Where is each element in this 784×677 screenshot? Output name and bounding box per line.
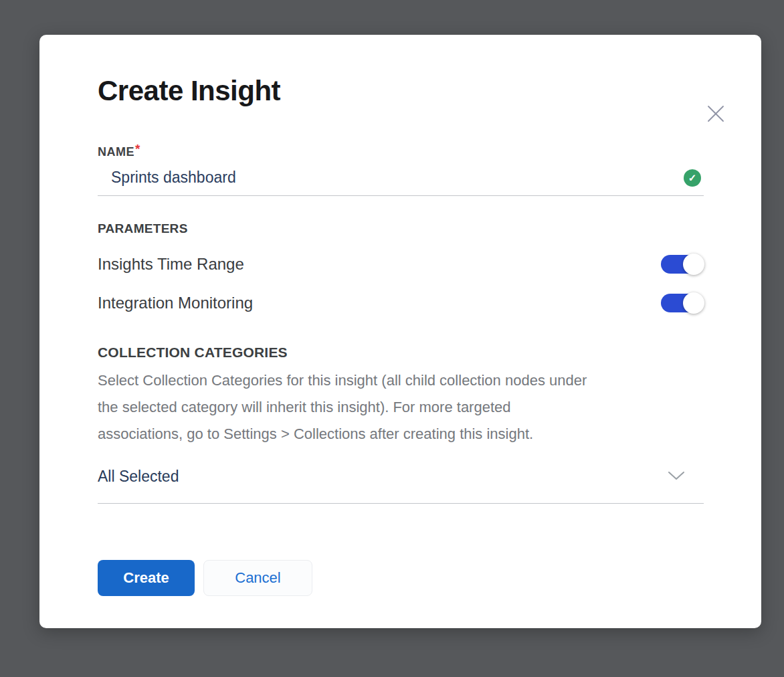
toggle-knob xyxy=(683,254,704,275)
toggle-label: Insights Time Range xyxy=(98,255,244,274)
modal-actions: Create Cancel xyxy=(98,560,704,596)
toggle-knob xyxy=(683,292,704,314)
chevron-down-icon xyxy=(668,471,685,483)
parameters-section: PARAMETERS Insights Time Range Integrati… xyxy=(98,221,704,314)
collection-categories-section: COLLECTION CATEGORIES Select Collection … xyxy=(98,345,704,504)
create-button[interactable]: Create xyxy=(98,560,195,596)
modal-overlay: Create Insight NAME* ✓ PARAMETERS Insigh… xyxy=(0,0,784,677)
name-field-label: NAME xyxy=(98,145,134,159)
insights-time-range-toggle[interactable] xyxy=(661,255,702,274)
name-field-label-row: NAME* xyxy=(98,144,704,159)
name-input-row: ✓ xyxy=(98,169,704,196)
description-line: associations, go to Settings > Collectio… xyxy=(98,421,704,448)
parameter-row-integration-monitoring: Integration Monitoring xyxy=(98,292,704,314)
create-insight-modal: Create Insight NAME* ✓ PARAMETERS Insigh… xyxy=(39,35,761,628)
description-line: the selected category will inherit this … xyxy=(98,394,704,421)
valid-check-icon: ✓ xyxy=(684,169,701,187)
close-button[interactable] xyxy=(704,102,728,126)
name-input[interactable] xyxy=(111,169,684,187)
description-line: Select Collection Categories for this in… xyxy=(98,367,704,394)
collection-categories-heading: COLLECTION CATEGORIES xyxy=(98,345,704,361)
name-field-section: NAME* ✓ xyxy=(98,144,704,196)
parameters-heading: PARAMETERS xyxy=(98,221,704,236)
integration-monitoring-toggle[interactable] xyxy=(661,294,702,312)
cancel-button[interactable]: Cancel xyxy=(203,560,312,596)
modal-title: Create Insight xyxy=(98,74,704,108)
parameter-row-insights-time-range: Insights Time Range xyxy=(98,254,704,275)
close-icon xyxy=(706,104,726,124)
dropdown-selected-value: All Selected xyxy=(98,468,179,486)
collection-categories-dropdown[interactable]: All Selected xyxy=(98,468,704,504)
collection-categories-description: Select Collection Categories for this in… xyxy=(98,367,704,448)
required-asterisk: * xyxy=(135,142,140,156)
toggle-label: Integration Monitoring xyxy=(98,294,253,312)
